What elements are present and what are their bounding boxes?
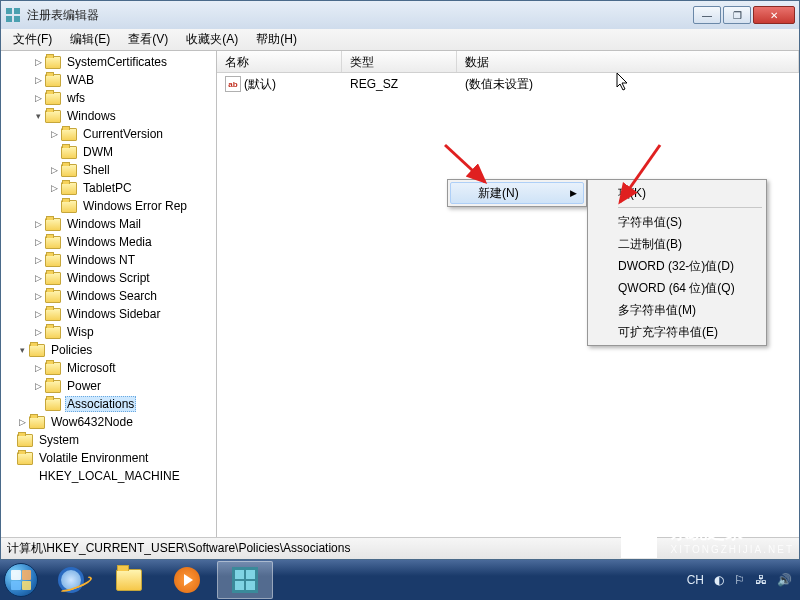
menu-view[interactable]: 查看(V) [120, 29, 176, 50]
tree-pane[interactable]: ▷SystemCertificates ▷WAB ▷wfs ▾Windows ▷… [1, 51, 217, 537]
folder-icon [45, 290, 61, 303]
taskbar-explorer[interactable] [101, 561, 157, 599]
list-row[interactable]: ab (默认) REG_SZ (数值未设置) [217, 75, 799, 93]
taskbar-ie[interactable] [43, 561, 99, 599]
titlebar[interactable]: 注册表编辑器 — ❐ ✕ [1, 1, 799, 29]
expander-icon[interactable]: ▷ [31, 253, 45, 267]
folder-icon [45, 326, 61, 339]
context-separator [618, 207, 762, 208]
expander-icon[interactable]: ▷ [31, 217, 45, 231]
tree-node[interactable]: ▷Windows Script [3, 269, 216, 287]
tree-node[interactable]: ▷SystemCertificates [3, 53, 216, 71]
windows-logo-icon [4, 563, 38, 597]
column-type[interactable]: 类型 [342, 51, 457, 72]
list-pane[interactable]: 名称 类型 数据 ab (默认) REG_SZ (数值未设置) 新建(N) [217, 51, 799, 537]
expander-icon[interactable]: ▷ [47, 163, 61, 177]
tree-node[interactable]: ▷WAB [3, 71, 216, 89]
context-new[interactable]: 新建(N) ▶ [450, 182, 584, 204]
expander-icon[interactable]: ▷ [31, 271, 45, 285]
tree-node[interactable]: ▷Windows Mail [3, 215, 216, 233]
start-button[interactable] [0, 560, 42, 600]
tree-node-selected[interactable]: Associations [3, 395, 216, 413]
cell-type: REG_SZ [342, 77, 457, 91]
tree-node[interactable]: DWM [3, 143, 216, 161]
expander-icon[interactable]: ▷ [31, 307, 45, 321]
cell-data: (数值未设置) [457, 76, 541, 93]
tree-node[interactable]: ▷wfs [3, 89, 216, 107]
registry-editor-window: 注册表编辑器 — ❐ ✕ 文件(F) 编辑(E) 查看(V) 收藏夹(A) 帮助… [0, 0, 800, 560]
tree-node[interactable]: ▷Shell [3, 161, 216, 179]
expander-icon[interactable]: ▷ [47, 181, 61, 195]
minimize-button[interactable]: — [693, 6, 721, 24]
column-data[interactable]: 数据 [457, 51, 799, 72]
expander-icon[interactable]: ▷ [47, 127, 61, 141]
svg-rect-2 [6, 16, 12, 22]
tree-node[interactable]: ▷Power [3, 377, 216, 395]
expander-icon[interactable]: ▷ [31, 325, 45, 339]
menu-help[interactable]: 帮助(H) [248, 29, 305, 50]
tray-network-icon[interactable]: 🖧 [755, 573, 767, 587]
tree-node[interactable]: ▷TabletPC [3, 179, 216, 197]
tree-node[interactable]: ▾Windows [3, 107, 216, 125]
context-new-key[interactable]: 项(K) [590, 182, 764, 204]
taskbar-media-player[interactable] [159, 561, 215, 599]
expander-icon[interactable]: ▷ [31, 91, 45, 105]
context-new-binary[interactable]: 二进制值(B) [590, 233, 764, 255]
context-new-multistring[interactable]: 多字符串值(M) [590, 299, 764, 321]
menu-file[interactable]: 文件(F) [5, 29, 60, 50]
expander-icon[interactable]: ▷ [31, 289, 45, 303]
close-button[interactable]: ✕ [753, 6, 795, 24]
tree-node[interactable]: Volatile Environment [3, 449, 216, 467]
tree-node[interactable]: ▷Wisp [3, 323, 216, 341]
list-header: 名称 类型 数据 [217, 51, 799, 73]
tree-node[interactable]: Windows Error Rep [3, 197, 216, 215]
context-new-dword[interactable]: DWORD (32-位)值(D) [590, 255, 764, 277]
expander-icon[interactable]: ▷ [31, 73, 45, 87]
expander-icon[interactable]: ▷ [31, 235, 45, 249]
tree-node[interactable]: ▷Microsoft [3, 359, 216, 377]
tray-flag-icon[interactable]: ⚐ [734, 573, 745, 587]
tray-help-icon[interactable]: ◐ [714, 573, 724, 587]
regedit-icon [5, 7, 21, 23]
expander-icon[interactable]: ▾ [31, 109, 45, 123]
window-controls: — ❐ ✕ [693, 6, 795, 24]
system-tray[interactable]: CH ◐ ⚐ 🖧 🔊 [679, 573, 800, 587]
tree-node[interactable]: ▷Wow6432Node [3, 413, 216, 431]
ime-indicator[interactable]: CH [687, 573, 704, 587]
tree-node[interactable]: ▷Windows Sidebar [3, 305, 216, 323]
tray-volume-icon[interactable]: 🔊 [777, 573, 792, 587]
folder-icon [45, 218, 61, 231]
expander-icon[interactable]: ▷ [15, 415, 29, 429]
menu-favorites[interactable]: 收藏夹(A) [178, 29, 246, 50]
tree-node[interactable]: HKEY_LOCAL_MACHINE [3, 467, 216, 485]
expander-icon[interactable]: ▷ [31, 379, 45, 393]
folder-icon [45, 398, 61, 411]
maximize-button[interactable]: ❐ [723, 6, 751, 24]
menubar: 文件(F) 编辑(E) 查看(V) 收藏夹(A) 帮助(H) [1, 29, 799, 51]
folder-icon [45, 308, 61, 321]
tree-node[interactable]: System [3, 431, 216, 449]
svg-rect-0 [6, 8, 12, 14]
column-name[interactable]: 名称 [217, 51, 342, 72]
taskbar[interactable]: CH ◐ ⚐ 🖧 🔊 [0, 560, 800, 600]
menu-edit[interactable]: 编辑(E) [62, 29, 118, 50]
expander-icon[interactable]: ▾ [15, 343, 29, 357]
window-title: 注册表编辑器 [27, 7, 693, 24]
regedit-icon [232, 567, 258, 593]
tree-node[interactable]: ▷Windows Media [3, 233, 216, 251]
expander-icon[interactable]: ▷ [31, 55, 45, 69]
folder-icon [61, 164, 77, 177]
context-new-qword[interactable]: QWORD (64 位)值(Q) [590, 277, 764, 299]
tree-node[interactable]: ▷CurrentVersion [3, 125, 216, 143]
tree-node[interactable]: ▾Policies [3, 341, 216, 359]
folder-icon [45, 272, 61, 285]
tree-node[interactable]: ▷Windows Search [3, 287, 216, 305]
folder-icon [45, 74, 61, 87]
submenu-arrow-icon: ▶ [570, 188, 577, 198]
context-menu: 新建(N) ▶ [447, 179, 587, 207]
expander-icon[interactable]: ▷ [31, 361, 45, 375]
context-new-string[interactable]: 字符串值(S) [590, 211, 764, 233]
taskbar-regedit[interactable] [217, 561, 273, 599]
context-new-expandstring[interactable]: 可扩充字符串值(E) [590, 321, 764, 343]
tree-node[interactable]: ▷Windows NT [3, 251, 216, 269]
